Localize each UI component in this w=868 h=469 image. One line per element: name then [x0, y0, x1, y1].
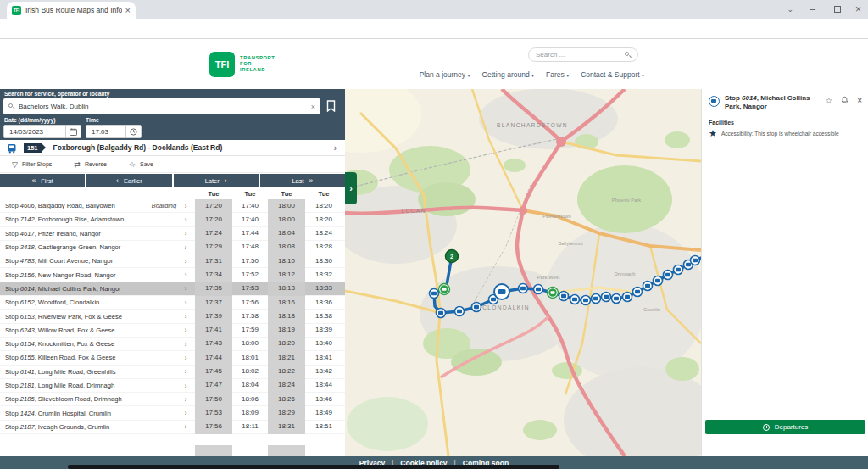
bus-stop-marker[interactable]	[430, 289, 439, 299]
table-row-stop-3418[interactable]: Stop 3418, Castlegrange Green, Nangor›17…	[0, 241, 345, 254]
table-row-stop-4606[interactable]: Stop 4606, Balgaddy Road, BallyowenBoard…	[0, 199, 345, 213]
row-chevron-icon[interactable]: ›	[176, 257, 195, 265]
departure-time: 18:08	[268, 240, 305, 254]
table-row-stop-7142[interactable]: Stop 7142, Foxborough Rise, Adamstown›17…	[0, 213, 345, 226]
departure-time: 17:35	[195, 282, 232, 295]
bus-stop-marker[interactable]	[633, 288, 643, 297]
route-start-marker[interactable]: 2	[446, 250, 459, 263]
bus-stop-marker[interactable]	[674, 265, 683, 275]
tab-search-chevron-icon[interactable]: ⌄	[787, 0, 793, 19]
row-chevron-icon[interactable]: ›	[176, 284, 195, 293]
departure-time: 17:45	[195, 365, 232, 378]
row-chevron-icon[interactable]: ›	[176, 395, 195, 404]
table-row-stop-6014[interactable]: Stop 6014, Michael Collins Park, Nangor›…	[0, 282, 345, 296]
table-row-stop-2156[interactable]: Stop 2156, New Nangor Road, Nangor›17:34…	[0, 268, 345, 282]
last-button[interactable]: Last»	[260, 174, 345, 187]
panel-toggle-button[interactable]: ›	[345, 172, 357, 204]
bus-stop-marker[interactable]	[548, 288, 559, 299]
nav-item-3[interactable]: Contact & Support ▾	[581, 70, 644, 79]
bus-stop-marker[interactable]	[592, 294, 601, 304]
route-header-bar[interactable]: 151 Foxborough (Balgaddy Rd) - Docklands…	[0, 140, 345, 156]
row-chevron-icon[interactable]: ›	[176, 229, 195, 237]
bus-stop-marker[interactable]	[654, 276, 663, 286]
earlier-button[interactable]: ‹Earlier	[86, 174, 171, 187]
table-row-stop-2181[interactable]: Stop 2181, Long Mile Road, Drimnagh›17:4…	[0, 379, 345, 393]
row-chevron-icon[interactable]: ›	[176, 202, 195, 210]
bus-stop-marker[interactable]	[623, 293, 632, 302]
notification-bell-icon[interactable]	[841, 96, 849, 111]
tab-close-icon[interactable]: ×	[125, 5, 131, 15]
facilities-heading: Facilities	[709, 120, 734, 126]
reverse-button[interactable]: ⇄ Reverse	[74, 160, 107, 169]
table-row-stop-4783[interactable]: Stop 4783, Mill Court Avenue, Nangor›17:…	[0, 254, 345, 268]
departure-time: 18:22	[268, 365, 305, 378]
row-chevron-icon[interactable]: ›	[176, 326, 195, 334]
first-button[interactable]: «First	[0, 174, 85, 187]
table-row-stop-6153[interactable]: Stop 6153, Riverview Park, Fox & Geese›1…	[0, 310, 345, 323]
close-panel-icon[interactable]: ×	[857, 96, 862, 111]
row-chevron-icon[interactable]: ›	[176, 422, 195, 431]
clear-search-icon[interactable]: ×	[311, 103, 315, 111]
map-label: Phoenix Park	[612, 198, 642, 203]
row-chevron-icon[interactable]: ›	[176, 243, 195, 252]
bus-stop-marker[interactable]	[559, 292, 569, 301]
table-row-stop-6155[interactable]: Stop 6155, Killeen Road, Fox & Geese›17:…	[0, 351, 345, 365]
site-search-input[interactable]: Search ...	[528, 47, 638, 62]
route-map[interactable]: BLANCHARDSTOWNLUCANCLONDALKINPark WestPh…	[345, 89, 701, 456]
table-row-stop-4617[interactable]: Stop 4617, Pfizer Ireland, Nangor›17:241…	[0, 227, 345, 241]
table-row-stop-2185[interactable]: Stop 2185, Slievebloom Road, Drimnagh›17…	[0, 393, 345, 406]
row-chevron-icon[interactable]: ›	[176, 271, 195, 279]
window-close-button[interactable]: ×	[855, 0, 861, 19]
departure-time: 17:20	[195, 199, 232, 213]
window-minimize-button[interactable]: –	[810, 0, 815, 19]
date-input[interactable]: 14/03/2023	[3, 125, 81, 138]
horizontal-scrollbar[interactable]	[68, 465, 559, 469]
row-chevron-icon[interactable]: ›	[176, 299, 195, 307]
bus-stop-marker[interactable]	[439, 284, 450, 295]
service-search-input[interactable]: Bachelors Walk, Dublin ×	[3, 98, 320, 114]
later-button[interactable]: Later›	[174, 174, 259, 187]
clock-icon[interactable]	[125, 126, 141, 137]
nav-item-2[interactable]: Fares ▾	[546, 70, 569, 79]
browser-toolbar: ← → ↻ ⌂ transportforireland.ie/getting-a…	[0, 19, 868, 39]
row-chevron-icon[interactable]: ›	[176, 354, 195, 362]
table-row-stop-6243[interactable]: Stop 6243, Willow Road, Fox & Geese›17:4…	[0, 324, 345, 338]
bus-stop-marker[interactable]	[472, 303, 481, 312]
departures-button[interactable]: Departures	[705, 420, 865, 434]
row-chevron-icon[interactable]: ›	[176, 409, 195, 417]
bus-stop-marker[interactable]	[691, 256, 700, 265]
search-icon[interactable]	[625, 52, 631, 58]
bus-stop-marker[interactable]	[602, 293, 611, 302]
bus-stop-marker[interactable]	[581, 296, 591, 305]
bus-stop-marker[interactable]	[534, 285, 543, 294]
table-row-stop-1424[interactable]: Stop 1424, Crumlin Hospital, Crumlin›17:…	[0, 406, 345, 420]
route-expand-chevron-icon[interactable]: ›	[334, 143, 337, 153]
table-row-stop-6154[interactable]: Stop 6154, Knockmitten, Fox & Geese›17:4…	[0, 338, 345, 351]
row-chevron-icon[interactable]: ›	[176, 367, 195, 376]
time-input[interactable]: 17:03	[86, 125, 142, 138]
row-chevron-icon[interactable]: ›	[176, 312, 195, 321]
bus-stop-marker[interactable]	[455, 307, 465, 316]
row-chevron-icon[interactable]: ›	[176, 382, 195, 390]
favourite-star-icon[interactable]: ☆	[825, 96, 832, 111]
table-row-stop-6141[interactable]: Stop 6141, Long Mile Road, Greenhills›17…	[0, 366, 345, 379]
bookmark-icon[interactable]	[326, 100, 336, 112]
bus-stop-marker[interactable]	[570, 295, 580, 304]
bus-stop-marker[interactable]	[437, 309, 446, 318]
filter-stops-button[interactable]: ▽ Filter Stops	[12, 160, 52, 169]
bus-stop-marker[interactable]	[494, 284, 509, 299]
bus-stop-marker[interactable]	[643, 282, 653, 291]
row-chevron-icon[interactable]: ›	[176, 340, 195, 349]
nav-item-1[interactable]: Getting around ▾	[481, 70, 534, 79]
bus-stop-marker[interactable]	[612, 294, 621, 304]
bus-stop-marker[interactable]	[519, 284, 528, 293]
table-row-stop-2187[interactable]: Stop 2187, Iveagh Grounds, Crumlin›17:56…	[0, 421, 345, 434]
save-button[interactable]: ☆ Save	[129, 160, 153, 169]
window-maximize-button[interactable]	[834, 0, 841, 19]
row-chevron-icon[interactable]: ›	[176, 215, 195, 224]
browser-tab[interactable]: TFI Irish Bus Route Maps and Info | T ×	[7, 2, 136, 19]
nav-item-0[interactable]: Plan a journey ▾	[420, 70, 470, 79]
bus-stop-marker[interactable]	[664, 271, 673, 280]
calendar-icon[interactable]	[65, 126, 81, 137]
table-row-stop-6152[interactable]: Stop 6152, Woodford, Clondalkin›17:3717:…	[0, 296, 345, 310]
